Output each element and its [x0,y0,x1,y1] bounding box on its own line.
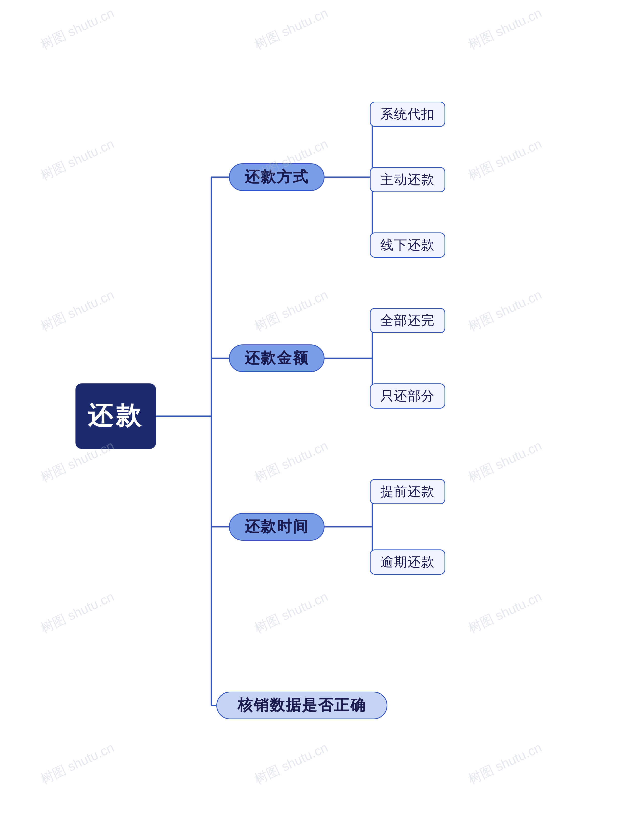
leaf-node-system-deduction: 系统代扣 [370,102,445,127]
leaf-label-1-3: 线下还款 [380,236,435,254]
leaf-node-verification: 核销数据是否正确 [216,691,387,719]
leaf-node-active-repayment: 主动还款 [370,167,445,192]
leaf-label-2-1: 全部还完 [380,312,435,329]
leaf-node-partial-repayment: 只还部分 [370,383,445,409]
leaf-node-overdue-repayment: 逾期还款 [370,549,445,574]
branch-node-repayment-time: 还款时间 [229,513,324,541]
branch-label-3: 还款时间 [244,517,309,537]
diagram-container: 还款 还款方式 系统代扣 主动还款 线下还款 还款金额 全部还完 只还部分 还款… [45,39,599,794]
leaf-node-full-repayment: 全部还完 [370,308,445,333]
leaf-label-1-2: 主动还款 [380,171,435,189]
branch-label-2: 还款金额 [244,348,309,368]
leaf-label-3-1: 提前还款 [380,483,435,501]
branch-label-1: 还款方式 [244,167,309,187]
root-node: 还款 [75,383,156,449]
leaf-label-2-2: 只还部分 [380,387,435,405]
branch-node-repayment-method: 还款方式 [229,163,324,191]
leaf-node-offline-repayment: 线下还款 [370,232,445,258]
root-label: 还款 [88,399,144,433]
leaf-node-early-repayment: 提前还款 [370,479,445,504]
leaf-label-bottom: 核销数据是否正确 [238,695,366,715]
leaf-label-1-1: 系统代扣 [380,106,435,123]
branch-node-repayment-amount: 还款金额 [229,344,324,372]
leaf-label-3-2: 逾期还款 [380,553,435,571]
